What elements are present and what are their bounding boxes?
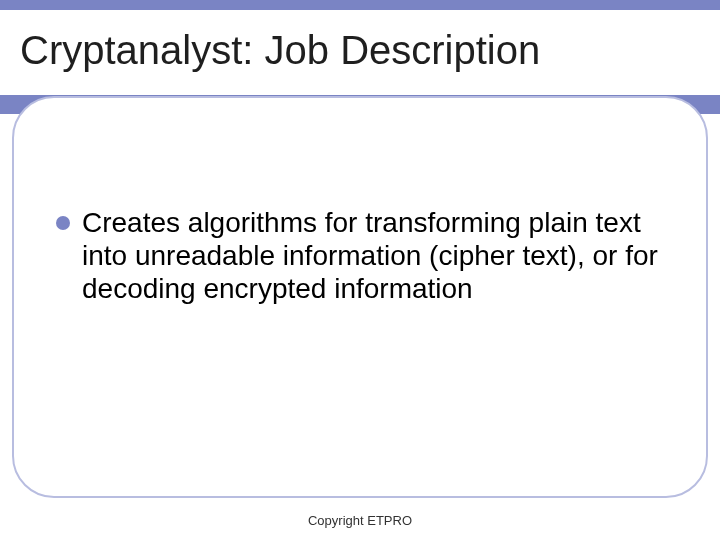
top-accent-bar xyxy=(0,0,720,10)
slide: Cryptanalyst: Job Description Creates al… xyxy=(0,0,720,540)
list-item: Creates algorithms for transforming plai… xyxy=(54,206,658,305)
bullet-list: Creates algorithms for transforming plai… xyxy=(54,206,658,305)
footer-copyright: Copyright ETPRO xyxy=(0,513,720,528)
bullet-text: Creates algorithms for transforming plai… xyxy=(82,207,658,304)
content-card: Creates algorithms for transforming plai… xyxy=(12,96,708,498)
slide-title: Cryptanalyst: Job Description xyxy=(20,28,540,73)
title-area: Cryptanalyst: Job Description xyxy=(0,10,720,95)
bullet-icon xyxy=(56,216,70,230)
